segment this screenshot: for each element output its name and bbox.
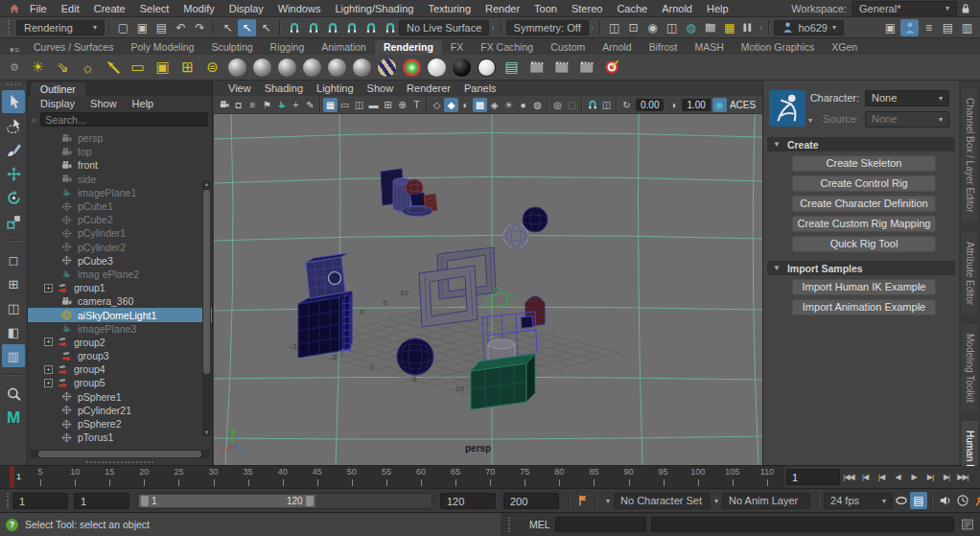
menu-toon[interactable]: Toon — [527, 3, 564, 14]
shelf-tab-mash[interactable]: MASH — [686, 40, 732, 55]
outliner-item-aiskydomelight1[interactable]: aiSkyDomeLight1 — [28, 308, 212, 321]
blinn-material-icon[interactable] — [275, 56, 299, 80]
sidebar-tab-channel-box-layer-editor[interactable]: Channel Box / Layer Editor — [962, 88, 978, 222]
viewport-scene[interactable]: 0 5 10 -10 -5 0 5 10 — [214, 113, 762, 465]
step-back-key-button[interactable]: |◀ — [874, 469, 889, 486]
viewport-menu-shading[interactable]: Shading — [258, 82, 310, 94]
undo-icon[interactable]: ↶ — [172, 19, 190, 36]
outliner-item-pcylinder21[interactable]: pCylinder21 — [28, 404, 212, 417]
film-gate-icon[interactable]: ▭ — [338, 98, 352, 112]
expand-icon[interactable]: + — [44, 284, 53, 292]
clock-icon[interactable] — [954, 492, 971, 509]
menu-select[interactable]: Select — [133, 3, 176, 14]
drag-grip[interactable] — [8, 20, 12, 35]
outliner-item-persp[interactable]: persp — [28, 131, 212, 145]
menu-lighting-shading[interactable]: Lighting/Shading — [328, 3, 420, 14]
playback-start-field[interactable]: 1 — [74, 493, 129, 509]
create-custom-rig-mapping-button[interactable]: Create Custom Rig Mapping — [792, 216, 936, 232]
pan-zoom-icon[interactable]: + — [289, 98, 303, 112]
shelf-tab-rendering[interactable]: Rendering — [375, 40, 442, 55]
shelf-tab-fx[interactable]: FX — [442, 40, 472, 55]
safe-action-icon[interactable]: ⊕ — [395, 98, 409, 112]
scale-tool-icon[interactable] — [2, 210, 25, 233]
selection-set-icon[interactable]: ⌕ — [32, 114, 37, 126]
workspace-selector[interactable]: General* ▾ — [852, 1, 957, 16]
image-plane-icon[interactable] — [274, 98, 289, 112]
expand-icon[interactable]: + — [44, 365, 53, 374]
menu-render[interactable]: Render — [478, 3, 526, 14]
outliner-item-group2[interactable]: +group2 — [28, 336, 212, 349]
play-forwards-button[interactable]: ▶ — [906, 469, 922, 486]
phong-material-icon[interactable] — [325, 56, 349, 80]
camera-attributes-icon[interactable]: ≡ — [245, 98, 260, 112]
character-set-selector[interactable]: No Character Set — [614, 493, 710, 509]
speaker-icon[interactable] — [937, 492, 954, 509]
shelf-tab-sculpting[interactable]: Sculpting — [202, 40, 261, 55]
object-sphere-bottom[interactable] — [397, 338, 433, 375]
shelf-tab-bifrost[interactable]: Bifrost — [641, 40, 687, 55]
runner-icon[interactable] — [971, 492, 980, 509]
shelf-gear-icon[interactable]: ⚙ — [4, 61, 25, 74]
quick-rig-tool-button[interactable]: Quick Rig Tool — [792, 236, 936, 252]
menu-texturing[interactable]: Texturing — [421, 3, 478, 14]
wireframe-icon[interactable]: ◇ — [430, 98, 444, 112]
render-settings-shelf-icon[interactable] — [525, 56, 548, 80]
outliner-menu-show[interactable]: Show — [83, 98, 124, 109]
outliner-vertical-scrollbar[interactable]: ▲ ▼ — [202, 180, 211, 436]
command-output[interactable] — [651, 517, 954, 532]
outliner-item-front[interactable]: front — [28, 158, 212, 172]
menu-cache[interactable]: Cache — [610, 3, 654, 14]
playback-range[interactable]: 1 120 — [139, 495, 315, 507]
object-frames[interactable] — [419, 247, 496, 327]
scene-canvas[interactable]: 0 5 10 -10 -5 0 5 10 — [214, 114, 762, 465]
outliner-menu-help[interactable]: Help — [126, 98, 161, 109]
outliner-item-pcylinder1[interactable]: pCylinder1 — [28, 226, 212, 240]
two-pane-stacked-layout-icon[interactable]: ◫ — [2, 296, 25, 319]
lambert-material-icon[interactable] — [300, 56, 324, 80]
outliner-item-camera_360[interactable]: camera_360 — [28, 294, 212, 308]
section-header-import-samples[interactable]: ▼Import Samples — [767, 261, 955, 275]
color-management-icon[interactable]: ◉ — [712, 98, 727, 112]
anim-layer-selector[interactable]: No Anim Layer — [722, 493, 810, 509]
scroll-down-icon[interactable]: ▼ — [202, 429, 211, 436]
snap-curve-icon[interactable] — [304, 19, 322, 36]
standard-surface-material-icon[interactable] — [225, 56, 249, 80]
time-slider[interactable]: 1 51015202530354045505560657075808590951… — [0, 466, 980, 489]
object-sphere-navy[interactable] — [523, 207, 548, 232]
gamma-value-field[interactable]: 1.00 — [682, 99, 710, 111]
go-to-start-button[interactable]: |◀◀ — [841, 469, 856, 486]
create-skeleton-button[interactable]: Create Skeleton — [792, 155, 936, 172]
channel-box-toggle-icon[interactable]: ▥ — [958, 19, 976, 36]
object-green-chest[interactable] — [471, 354, 535, 409]
outliner-tab[interactable]: Outliner — [31, 82, 85, 96]
shading-group-icon[interactable]: ⊜ — [200, 56, 224, 80]
field-chart-icon[interactable]: ⊞ — [381, 98, 395, 112]
outliner-item-imag eplane2[interactable]: imag ePlane2 — [28, 268, 212, 281]
outliner-item-top[interactable]: top — [28, 145, 212, 158]
anisotropic-material-icon[interactable] — [250, 56, 274, 80]
use-background-material-icon[interactable] — [450, 56, 474, 80]
safe-title-icon[interactable]: T — [409, 98, 424, 112]
camera-lock-icon[interactable]: ◘ — [231, 98, 245, 112]
sidebar-tab-attribute-editor[interactable]: Attribute Editor — [962, 232, 978, 315]
object-cube-stack[interactable] — [298, 253, 352, 358]
menu-help[interactable]: Help — [700, 3, 735, 14]
universal-search-icon[interactable] — [2, 383, 25, 406]
live-surface-field[interactable]: No Live Surface — [399, 20, 489, 35]
shelf-tab-animation[interactable]: Animation — [313, 40, 375, 55]
outliner-persp-layout-icon[interactable]: ▥ — [2, 344, 25, 367]
loop-playback-icon[interactable] — [893, 492, 910, 509]
outliner-item-group1[interactable]: +group1 — [28, 281, 212, 294]
two-pane-side-layout-icon[interactable]: ◧ — [2, 320, 25, 343]
expand-icon[interactable]: + — [44, 338, 53, 346]
outliner-item-side[interactable]: side — [28, 173, 212, 186]
area-light-icon[interactable]: ▭ — [126, 56, 150, 80]
mel-label[interactable]: MEL — [529, 519, 550, 530]
animation-preferences-icon[interactable]: ▤ — [910, 492, 927, 509]
four-pane-layout-icon[interactable]: ⊞ — [2, 272, 25, 295]
current-frame-field[interactable]: 1 — [786, 469, 840, 485]
outliner-item-pcube2[interactable]: pCube2 — [28, 213, 212, 226]
snap-point-icon[interactable] — [323, 19, 341, 36]
outliner-item-pcube1[interactable]: pCube1 — [28, 199, 212, 213]
menu-modify[interactable]: Modify — [176, 3, 221, 14]
